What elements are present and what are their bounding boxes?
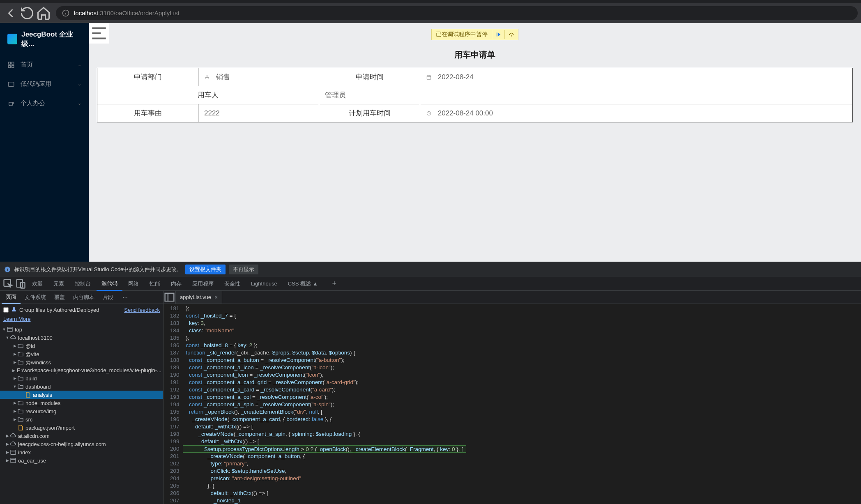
sidebar-collapse-button[interactable] (89, 23, 109, 44)
nav-tab-snippets[interactable]: 片段 (99, 291, 117, 304)
tab-security[interactable]: 安全性 (219, 277, 245, 290)
tab-network[interactable]: 网络 (123, 277, 144, 290)
svg-rect-23 (7, 269, 7, 271)
editor-tabs: applyList.vue × (163, 291, 861, 304)
group-files-row: Group files by Authored/Deployed Send fe… (0, 304, 163, 316)
tree-workspace[interactable]: ▶E:/workspace-ui/jeecgboot-vue3/node_mod… (0, 366, 163, 374)
tree-atid[interactable]: ▶@id (0, 342, 163, 350)
svg-rect-32 (11, 458, 16, 463)
menu-personal[interactable]: 个人办公 ⌄ (0, 94, 89, 113)
folder-icon (17, 343, 24, 349)
svg-rect-3 (8, 62, 10, 64)
close-icon[interactable]: × (214, 294, 218, 301)
tree-analysis[interactable]: analysis (0, 391, 163, 399)
tree-build[interactable]: ▶build (0, 374, 163, 382)
inspect-element-icon[interactable] (2, 278, 14, 290)
svg-rect-24 (7, 268, 7, 268)
form-title: 用车申请单 (97, 49, 853, 60)
step-over-button[interactable] (504, 30, 518, 39)
tree-alicdn[interactable]: ▶at.alicdn.com (0, 432, 163, 440)
tree-oacar[interactable]: ▶oa_car_use (0, 456, 163, 465)
tab-filename: applyList.vue (180, 294, 211, 300)
infobar-text: 标识项目的根文件夹以打开Visual Studio Code中的源文件并同步更改… (14, 266, 182, 273)
code-area[interactable]: 1811821831841851861871881891901911921931… (163, 304, 861, 504)
menu-label: 首页 (21, 61, 33, 69)
address-bar: localhost:3100/oaOffice/orderApplyList (0, 3, 861, 23)
svg-point-13 (511, 35, 512, 36)
tree-index[interactable]: ▶index (0, 448, 163, 456)
folder-icon (17, 408, 24, 414)
menu-home[interactable]: 首页 ⌄ (0, 55, 89, 74)
url-input[interactable]: localhost:3100/oaOffice/orderApplyList (56, 6, 858, 20)
add-tab-icon[interactable]: + (329, 278, 340, 290)
nav-tab-overrides[interactable]: 覆盖 (50, 291, 69, 304)
back-button[interactable] (3, 6, 18, 21)
refresh-button[interactable] (20, 6, 35, 21)
tab-css-overview[interactable]: CSS 概述 ▲ (283, 277, 323, 290)
tree-node-modules[interactable]: ▶node_modules (0, 399, 163, 407)
tree-localhost[interactable]: ▼localhost:3100 (0, 334, 163, 342)
set-root-button[interactable]: 设置根文件夹 (185, 265, 226, 274)
tab-welcome[interactable]: 欢迎 (27, 277, 48, 290)
folder-icon (17, 383, 24, 390)
tab-elements[interactable]: 元素 (48, 277, 69, 290)
learn-more-link[interactable]: Learn More (0, 316, 163, 324)
tree-src[interactable]: ▶src (0, 415, 163, 423)
tab-performance[interactable]: 性能 (145, 277, 165, 290)
toggle-navigator-icon[interactable] (163, 291, 176, 304)
sources-nav-tabs: 页面 文件系统 覆盖 内容脚本 片段 ⋯ (0, 291, 163, 304)
svg-point-14 (207, 75, 207, 76)
cell-dept-value[interactable]: 销售 (198, 68, 319, 86)
svg-rect-34 (165, 293, 174, 301)
tab-application[interactable]: 应用程序 (187, 277, 219, 290)
send-feedback-link[interactable]: Send feedback (124, 307, 160, 313)
cell-user-value[interactable]: 管理员 (319, 86, 853, 104)
nav-tab-page[interactable]: 页面 (2, 291, 21, 304)
cell-time-label: 申请时间 (319, 68, 420, 86)
beaker-icon: ▲ (313, 281, 318, 287)
cell-plan-value[interactable]: 2022-08-24 00:00 (420, 104, 853, 122)
home-button[interactable] (36, 6, 51, 21)
file-tree: ▼top ▼localhost:3100 ▶@id ▶@vite ▶@windi… (0, 324, 163, 504)
tab-sources[interactable]: 源代码 (97, 277, 122, 291)
tree-dashboard[interactable]: ▼dashboard (0, 382, 163, 391)
cloud-icon (10, 334, 16, 341)
folder-icon (17, 375, 24, 382)
tree-jeecgdev[interactable]: ▶jeecgdev.oss-cn-beijing.aliyuncs.com (0, 440, 163, 448)
tree-resource[interactable]: ▶resource/img (0, 407, 163, 415)
chevron-down-icon: ⌄ (78, 81, 81, 87)
file-icon (25, 391, 31, 398)
cloud-icon (10, 441, 16, 447)
clock-icon (426, 110, 432, 116)
cell-reason-value[interactable]: 2222 (198, 104, 319, 122)
svg-rect-7 (8, 82, 14, 86)
nav-tab-content[interactable]: 内容脚本 (69, 291, 99, 304)
menu-lowcode[interactable]: 低代码应用 ⌄ (0, 74, 89, 94)
cloud-icon (10, 433, 16, 439)
editor-tab-applylist[interactable]: applyList.vue × (176, 291, 222, 304)
device-toggle-icon[interactable] (15, 278, 26, 290)
tab-lighthouse[interactable]: Lighthouse (246, 278, 282, 290)
code-content[interactable]: };const _hoisted_7 = { key: 3, class: "m… (183, 304, 466, 504)
tree-top[interactable]: ▼top (0, 325, 163, 334)
group-checkbox[interactable] (3, 307, 9, 313)
tab-console[interactable]: 控制台 (70, 277, 96, 290)
window-icon (7, 326, 13, 333)
org-icon (204, 75, 210, 81)
svg-rect-26 (17, 279, 23, 287)
tree-package[interactable]: package.json?import (0, 423, 163, 432)
tab-memory[interactable]: 内存 (166, 277, 186, 290)
info-icon (62, 9, 70, 17)
url-path: :3100/oaOffice/orderApplyList (98, 9, 179, 16)
svg-rect-6 (12, 65, 14, 67)
nav-tab-filesystem[interactable]: 文件系统 (21, 291, 50, 304)
no-show-button[interactable]: 不再显示 (229, 265, 258, 274)
resume-button[interactable] (492, 30, 504, 39)
tree-vite[interactable]: ▶@vite (0, 350, 163, 358)
svg-marker-12 (498, 32, 500, 36)
browser-tab-bar (0, 0, 861, 3)
more-icon[interactable]: ⋯ (119, 294, 131, 300)
cell-time-value[interactable]: 2022-08-24 (420, 68, 853, 86)
editor: applyList.vue × 181182183184185186187188… (163, 291, 861, 504)
tree-windicss[interactable]: ▶@windicss (0, 358, 163, 366)
